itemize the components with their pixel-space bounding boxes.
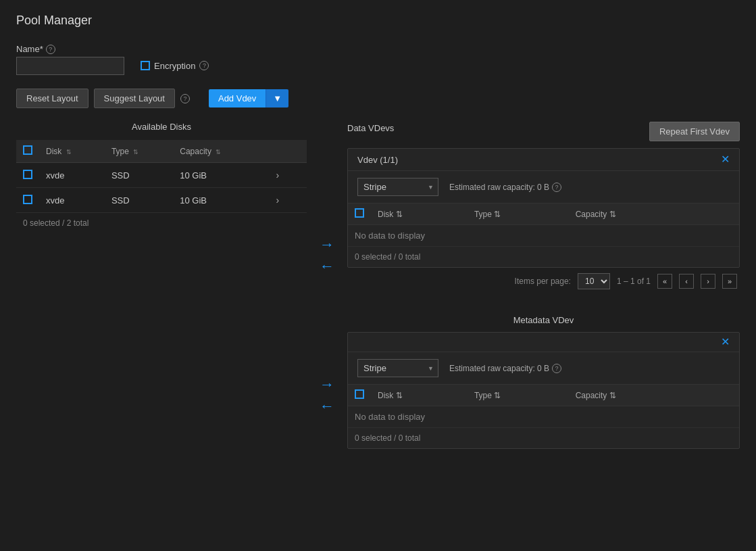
pagination-row: Items per page: 10 25 50 1 – 1 of 1 « ‹ …	[347, 268, 740, 295]
metadata-selection-info: 0 selected / 0 total	[348, 428, 739, 448]
vdev-card-title: Vdev (1/1)	[357, 155, 398, 165]
table-row: No data to display	[348, 225, 739, 247]
data-vdevs-title: Data VDevs	[347, 123, 394, 133]
transfer-left-button[interactable]: ←	[320, 259, 334, 274]
table-row: xvde SSD 10 GiB ›	[16, 163, 307, 188]
data-vdevs-section: Data VDevs Repeat First Vdev Vdev (1/1) …	[347, 122, 740, 295]
page-prev-button[interactable]: ‹	[679, 274, 694, 289]
disk-row-arrow[interactable]: ›	[272, 168, 283, 182]
capacity-help-icon[interactable]: ?	[552, 183, 561, 192]
name-help-icon[interactable]: ?	[46, 45, 55, 54]
page-title: Pool Manager	[16, 14, 740, 28]
metadata-capacity-label: Estimated raw capacity: 0 B	[449, 364, 549, 373]
metadata-select-all[interactable]	[355, 389, 364, 399]
vdev-inner-table: Disk ⇅ Type ⇅ Capacity ⇅	[348, 203, 739, 247]
add-vdev-dropdown-button[interactable]: ▼	[266, 89, 288, 107]
disk-type: SSD	[105, 188, 173, 213]
add-vdev-button[interactable]: Add Vdev	[209, 89, 266, 107]
disk-type: SSD	[105, 163, 173, 188]
bottom-left-space	[16, 315, 307, 449]
vdev-capacity-col: Capacity ⇅	[569, 203, 705, 225]
metadata-vdev-card: ✕ Stripe Mirror RAIDZ1 RAIDZ2 RAIDZ3 Est…	[347, 332, 740, 449]
metadata-capacity-help-icon[interactable]: ?	[552, 364, 561, 373]
page-last-button[interactable]: »	[722, 274, 737, 289]
repeat-first-vdev-button[interactable]: Repeat First Vdev	[649, 122, 740, 141]
capacity-col-header: Capacity ⇅	[173, 140, 265, 163]
page-range: 1 – 1 of 1	[617, 277, 651, 286]
available-disks-title: Available Disks	[16, 122, 307, 132]
metadata-vdev-section: Metadata VDev ✕ Stripe Mirror RAIDZ1 RAI…	[347, 315, 740, 449]
vdev-select-all[interactable]	[355, 208, 364, 218]
select-all-checkbox[interactable]	[23, 145, 32, 155]
disk-name: xvde	[39, 163, 105, 188]
disk-capacity: 10 GiB	[173, 188, 265, 213]
encryption-label: Encryption	[154, 61, 195, 71]
stripe-select[interactable]: Stripe Mirror RAIDZ1 RAIDZ2 RAIDZ3	[357, 178, 438, 196]
available-disks-table: Disk ⇅ Type ⇅ Capacity ⇅	[16, 140, 307, 213]
metadata-disk-col: Disk ⇅	[371, 385, 468, 406]
metadata-type-col: Type ⇅	[468, 385, 569, 406]
page-next-button[interactable]: ›	[701, 274, 715, 289]
metadata-vdev-title: Metadata VDev	[347, 315, 740, 325]
vdev-type-col: Type ⇅	[468, 203, 569, 225]
vdev-disk-col: Disk ⇅	[371, 203, 468, 225]
page-first-button[interactable]: «	[657, 274, 672, 289]
metadata-no-data: No data to display	[348, 406, 739, 428]
suggest-layout-button[interactable]: Suggest Layout	[94, 89, 175, 108]
disk-row-checkbox[interactable]	[23, 170, 32, 179]
metadata-stripe-select[interactable]: Stripe Mirror RAIDZ1 RAIDZ2 RAIDZ3	[357, 359, 438, 377]
no-data-message: No data to display	[348, 225, 739, 247]
vdev-selection-info: 0 selected / 0 total	[348, 247, 739, 267]
table-row: No data to display	[348, 406, 739, 428]
suggest-help-icon[interactable]: ?	[180, 94, 190, 103]
metadata-transfer-right-button[interactable]: →	[320, 377, 334, 392]
disk-capacity: 10 GiB	[173, 163, 265, 188]
capacity-sort-icon[interactable]: ⇅	[216, 149, 221, 155]
disk-row-checkbox[interactable]	[23, 195, 32, 204]
metadata-inner-table: Disk ⇅ Type ⇅ Capacity ⇅	[348, 385, 739, 428]
transfer-right-button[interactable]: →	[320, 237, 334, 252]
disk-sort-icon[interactable]: ⇅	[66, 149, 72, 155]
items-per-page-label: Items per page:	[515, 277, 571, 286]
estimated-capacity-label: Estimated raw capacity: 0 B	[449, 183, 549, 192]
data-transfer-arrows: → ←	[307, 122, 347, 308]
reset-layout-button[interactable]: Reset Layout	[16, 89, 89, 108]
type-sort-icon[interactable]: ⇅	[133, 149, 138, 155]
type-col-header: Type ⇅	[105, 140, 173, 163]
available-disks-panel: Available Disks Disk ⇅ Type ⇅	[16, 122, 307, 308]
right-panel: Data VDevs Repeat First Vdev Vdev (1/1) …	[347, 122, 740, 308]
table-row: xvde SSD 10 GiB ›	[16, 188, 307, 213]
disk-row-arrow[interactable]: ›	[272, 193, 283, 207]
encryption-help-icon[interactable]: ?	[199, 61, 209, 70]
name-input[interactable]	[16, 57, 124, 75]
vdev-close-button[interactable]: ✕	[721, 154, 730, 165]
metadata-close-button[interactable]: ✕	[721, 337, 730, 348]
metadata-section: → ← Metadata VDev ✕ Stripe Mirror RAIDZ1…	[16, 315, 740, 449]
encryption-checkbox[interactable]	[141, 61, 150, 70]
disk-col-header: Disk ⇅	[39, 140, 105, 163]
metadata-transfer-left-button[interactable]: ←	[320, 399, 334, 414]
metadata-transfer-arrows: → ←	[307, 315, 347, 449]
name-label: Name*	[16, 44, 43, 54]
available-disks-selection: 0 selected / 2 total	[16, 213, 307, 233]
metadata-capacity-col: Capacity ⇅	[569, 385, 705, 406]
disk-name: xvde	[39, 188, 105, 213]
vdev-card: Vdev (1/1) ✕ Stripe Mirror RAIDZ1 RAIDZ2…	[347, 148, 740, 268]
items-per-page-select[interactable]: 10 25 50	[578, 273, 610, 289]
